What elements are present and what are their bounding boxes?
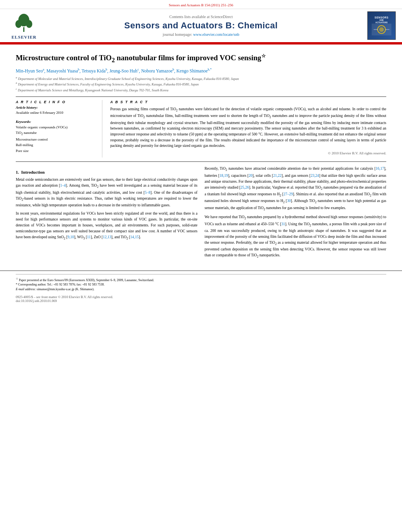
authors: Min-Hyun Seoa, Masayoshi Yuasab, Tetsuya… bbox=[16, 68, 386, 73]
affiliation-c: c Department of Materials Science and Me… bbox=[16, 87, 386, 93]
abstract-heading: A B S T R A C T bbox=[110, 100, 386, 104]
article-info-heading: A R T I C L E I N F O bbox=[16, 100, 96, 104]
available-online: Available online 6 February 2010 bbox=[16, 110, 96, 116]
journal-header-main: ELSEVIER Contents lists available at Sci… bbox=[0, 9, 402, 42]
article-info-section: A R T I C L E I N F O Article history: A… bbox=[16, 100, 96, 116]
body-two-col: 1. Introduction Metal oxide semiconducto… bbox=[16, 166, 386, 260]
footnote-email: E-mail address: simanoe@mm.kyushu-u.ac.j… bbox=[16, 287, 386, 292]
copyright: © 2010 Elsevier B.V. All rights reserved… bbox=[110, 151, 386, 155]
elsevier-label: ELSEVIER bbox=[11, 35, 37, 39]
body-right-col: Recently, TiO2 nanotubes have attracted … bbox=[205, 166, 387, 260]
elsevier-tree-icon bbox=[13, 12, 35, 34]
journal-volume-info: Sensors and Actuators B 154 (2011) 251–2… bbox=[169, 3, 233, 7]
keyword-5: Pore size bbox=[16, 148, 96, 154]
journal-title-area: Contents lists available at ScienceDirec… bbox=[42, 15, 360, 37]
journal-homepage: journal homepage: www.elsevier.com/locat… bbox=[42, 32, 360, 37]
article-title: Microstructure control of TiO2 nanotubul… bbox=[16, 53, 386, 65]
page: Sensors and Actuators B 154 (2011) 251–2… bbox=[0, 0, 402, 532]
contents-available: Contents lists available at ScienceDirec… bbox=[42, 15, 360, 19]
sensors-logo-area: SENSORS AND ACTUATORS bbox=[360, 11, 396, 40]
main-content: Microstructure control of TiO2 nanotubul… bbox=[0, 44, 402, 264]
svg-point-3 bbox=[15, 20, 22, 28]
sensors-logo-box: SENSORS AND ACTUATORS bbox=[367, 11, 396, 40]
svg-point-4 bbox=[26, 20, 32, 28]
sensors-logo-icon bbox=[372, 24, 391, 35]
journal-header-top: Sensors and Actuators B 154 (2011) 251–2… bbox=[0, 2, 402, 9]
abstract-col: A B S T R A C T Porous gas sensing films… bbox=[110, 100, 386, 158]
intro-right-text: Recently, TiO2 nanotubes have attracted … bbox=[205, 166, 387, 260]
abstract-text: Porous gas sensing films composed of TiO… bbox=[110, 106, 386, 149]
article-info-col: A R T I C L E I N F O Article history: A… bbox=[16, 100, 102, 158]
elsevier-logo: ELSEVIER bbox=[11, 12, 37, 39]
homepage-url[interactable]: www.elsevier.com/locate/snb bbox=[193, 32, 239, 37]
sensors-logo-line1: SENSORS bbox=[374, 16, 388, 19]
svg-rect-1 bbox=[23, 27, 24, 32]
elsevier-logo-area: ELSEVIER bbox=[6, 12, 42, 39]
footnote-corresponding: * Corresponding author. Tel.: +81 92 583… bbox=[16, 282, 386, 287]
intro-heading: 1. Introduction bbox=[16, 170, 198, 174]
intro-left-text: Metal oxide semiconductors are extensive… bbox=[16, 177, 198, 241]
body-left-col: 1. Introduction Metal oxide semiconducto… bbox=[16, 166, 198, 260]
footnote-star: ☆ Paper presented at the Euro Sensors'09… bbox=[16, 277, 386, 283]
footer-doi: doi:10.1016/j.snb.2010.01.069 bbox=[16, 299, 57, 303]
journal-header: Sensors and Actuators B 154 (2011) 251–2… bbox=[0, 0, 402, 43]
affiliation-a: a Department of Molecular and Material S… bbox=[16, 76, 386, 82]
footer: ☆ Paper presented at the Euro Sensors'09… bbox=[0, 271, 402, 303]
history-heading: Article history: bbox=[16, 106, 96, 109]
divider-2 bbox=[16, 161, 386, 162]
homepage-label: journal homepage: bbox=[163, 32, 192, 37]
affiliations: a Department of Molecular and Material S… bbox=[16, 76, 386, 93]
affiliation-b: b Department of Energy and Material Scie… bbox=[16, 81, 386, 87]
keywords-heading: Keywords: bbox=[16, 120, 96, 124]
keyword-2: TiO2 nanotube bbox=[16, 130, 96, 137]
divider bbox=[16, 96, 386, 97]
keyword-1: Volatile organic compounds (VOCs) bbox=[16, 124, 96, 130]
keyword-4: Ball-milling bbox=[16, 142, 96, 148]
footer-copyright: 0925-4005/$ – see front matter © 2010 El… bbox=[16, 295, 386, 303]
keywords-section: Keywords: Volatile organic compounds (VO… bbox=[16, 120, 96, 154]
svg-point-7 bbox=[379, 27, 384, 32]
keyword-3: Microstructure control bbox=[16, 137, 96, 142]
footer-license: 0925-4005/$ – see front matter © 2010 El… bbox=[16, 295, 113, 299]
journal-title: Sensors and Actuators B: Chemical bbox=[42, 20, 360, 31]
article-info-abstract: A R T I C L E I N F O Article history: A… bbox=[16, 100, 386, 158]
